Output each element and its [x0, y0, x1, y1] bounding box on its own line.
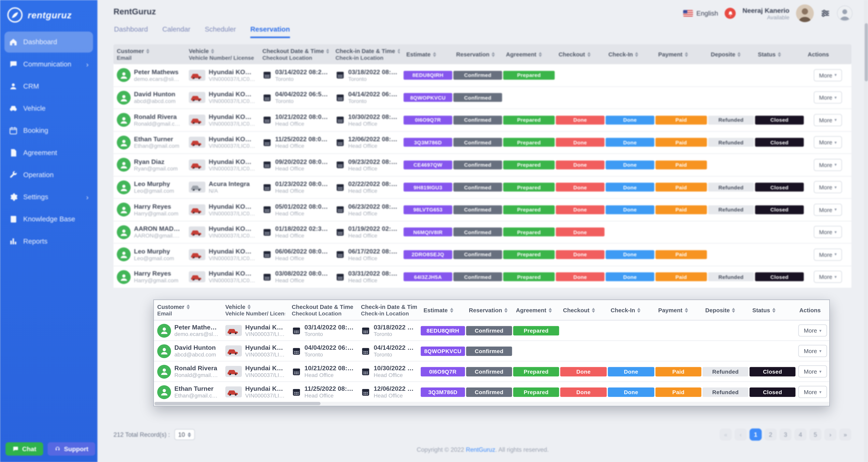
- sort-icon: [504, 308, 508, 312]
- column-header-status[interactable]: Status: [754, 44, 804, 64]
- brand-link[interactable]: RentGuruz: [466, 446, 495, 453]
- pagination-page-3[interactable]: 3: [779, 428, 792, 441]
- column-header-check-in-date-time[interactable]: Check-in Date & TimeCheck-in Location: [358, 300, 420, 320]
- estimate-badge: 8QWOPKVCU: [404, 93, 452, 102]
- more-button[interactable]: More▾: [798, 386, 827, 398]
- vertical-scrollbar[interactable]: [864, 0, 868, 462]
- chat-button[interactable]: Chat: [5, 442, 43, 455]
- car-thumbnail-icon: [189, 159, 205, 170]
- column-header-customer[interactable]: CustomerEmail: [114, 44, 185, 64]
- more-button[interactable]: More▾: [813, 69, 842, 81]
- pagination-page-4[interactable]: 4: [795, 428, 807, 441]
- sidebar-item-settings[interactable]: Settings›: [4, 187, 93, 208]
- pagination-prev-button[interactable]: ‹: [735, 428, 747, 441]
- column-header-vehicle[interactable]: VehicleVehicle Number/ License: [222, 300, 288, 320]
- column-header-vehicle[interactable]: VehicleVehicle Number/ License: [185, 44, 259, 64]
- column-header-check-in[interactable]: Check-In: [605, 44, 655, 64]
- customer-cell: Leo MurphyLeo@gmail.com: [114, 176, 185, 198]
- agreement-badge: Prepared: [503, 183, 555, 192]
- pagination-next-button[interactable]: ›: [824, 428, 836, 441]
- column-header-agreement[interactable]: Agreement: [503, 44, 555, 64]
- column-label: Reservation: [469, 307, 502, 313]
- sidebar-item-crm[interactable]: CRM: [4, 76, 93, 97]
- location: Head Office: [275, 255, 329, 261]
- tab-calendar[interactable]: Calendar: [162, 26, 190, 38]
- more-button[interactable]: More▾: [813, 271, 842, 283]
- caret-down-icon: ▾: [834, 185, 837, 190]
- more-button[interactable]: More▾: [798, 365, 827, 377]
- column-header-deposite[interactable]: Deposite: [707, 44, 754, 64]
- column-header-estimate[interactable]: Estimate: [420, 300, 466, 320]
- sidebar-item-agreement[interactable]: Agreement: [4, 142, 93, 163]
- agreement-cell: Prepared: [513, 361, 560, 381]
- checkout-badge: Done: [556, 250, 604, 259]
- more-button[interactable]: More▾: [813, 136, 842, 149]
- pagination-page-1[interactable]: 1: [749, 428, 762, 441]
- horizontal-scrollbar-thumb[interactable]: [154, 402, 320, 405]
- column-header-checkout[interactable]: Checkout: [555, 44, 605, 64]
- column-header-reservation[interactable]: Reservation: [453, 44, 503, 64]
- reservation-badge: Confirmed: [453, 205, 502, 214]
- sidebar-item-vehicle[interactable]: Vehicle: [4, 98, 93, 119]
- pagination-page-5[interactable]: 5: [809, 428, 822, 441]
- tab-dashboard[interactable]: Dashboard: [114, 26, 148, 38]
- more-button[interactable]: More▾: [813, 248, 842, 260]
- notifications-button[interactable]: [725, 8, 736, 19]
- payment-cell: Paid: [655, 361, 702, 381]
- user-avatar[interactable]: [796, 4, 814, 22]
- tab-scheduler[interactable]: Scheduler: [205, 26, 236, 38]
- sidebar-item-booking[interactable]: Booking: [4, 120, 93, 141]
- payment-badge: Paid: [655, 387, 701, 397]
- estimate-badge: 3Q3M786D: [421, 387, 465, 397]
- column-header-status[interactable]: Status: [749, 300, 796, 320]
- more-button[interactable]: More▾: [798, 345, 827, 357]
- sidebar-item-communication[interactable]: Communication›: [4, 54, 93, 75]
- more-button[interactable]: More▾: [813, 92, 842, 104]
- filter-icon[interactable]: [820, 8, 831, 18]
- column-header-checkout-date-time[interactable]: Checkout Date & TimeCheckout Location: [288, 300, 358, 320]
- more-button[interactable]: More▾: [813, 204, 842, 216]
- more-button[interactable]: More▾: [798, 324, 827, 337]
- sidebar-item-knowledge-base[interactable]: Knowledge Base: [4, 209, 93, 230]
- more-button[interactable]: More▾: [813, 114, 842, 126]
- payment-cell: [655, 64, 708, 86]
- more-button[interactable]: More▾: [813, 181, 842, 193]
- column-header-deposite[interactable]: Deposite: [702, 300, 749, 320]
- tab-reservation[interactable]: Reservation: [250, 26, 290, 38]
- more-button[interactable]: More▾: [813, 226, 842, 238]
- pagination-last-button[interactable]: »: [839, 428, 851, 441]
- column-header-agreement[interactable]: Agreement: [513, 300, 560, 320]
- agreement-icon: [9, 148, 18, 157]
- column-header-checkout-date-time[interactable]: Checkout Date & TimeCheckout Location: [259, 44, 332, 64]
- user-menu[interactable]: Neeraj Kanerio Available: [743, 6, 789, 20]
- pagination-first-button[interactable]: «: [720, 428, 732, 441]
- table-body: Peter Mathewsdemo.ecars@slimba...Hyundai…: [154, 320, 829, 402]
- checkout-date-cell: 03/08/2022 08:00 ...Head Office: [259, 266, 332, 288]
- sidebar-item-operation[interactable]: Operation: [4, 164, 93, 185]
- support-button[interactable]: Support: [48, 442, 95, 455]
- column-header-customer[interactable]: CustomerEmail: [154, 300, 222, 320]
- calendar-icon: [336, 138, 345, 147]
- vertical-scrollbar-thumb[interactable]: [864, 23, 868, 82]
- column-header-payment[interactable]: Payment: [655, 44, 708, 64]
- column-header-check-in-date-time[interactable]: Check-in Date & TimeCheck-in Location: [332, 44, 403, 64]
- column-header-payment[interactable]: Payment: [655, 300, 702, 320]
- column-header-checkout[interactable]: Checkout: [560, 300, 607, 320]
- column-header-estimate[interactable]: Estimate: [403, 44, 453, 64]
- pagination-page-2[interactable]: 2: [765, 428, 777, 441]
- column-header-check-in[interactable]: Check-In: [607, 300, 655, 320]
- sidebar-item-reports[interactable]: Reports: [4, 231, 93, 252]
- column-header-reservation[interactable]: Reservation: [466, 300, 513, 320]
- sort-icon: [685, 308, 688, 312]
- more-button[interactable]: More▾: [813, 159, 842, 171]
- app-logo[interactable]: rentguruz: [0, 0, 97, 29]
- sidebar-item-dashboard[interactable]: Dashboard: [4, 32, 93, 53]
- car-thumbnail-icon: [189, 115, 205, 125]
- profile-avatar[interactable]: [837, 5, 852, 21]
- page-size-select[interactable]: 10: [175, 429, 195, 440]
- column-sublabel: Vehicle Number/ License: [225, 310, 285, 317]
- checkin-cell: Done: [605, 131, 655, 153]
- language-selector[interactable]: English: [683, 9, 718, 17]
- actions-cell: More▾: [804, 64, 851, 86]
- horizontal-scrollbar[interactable]: [154, 402, 829, 405]
